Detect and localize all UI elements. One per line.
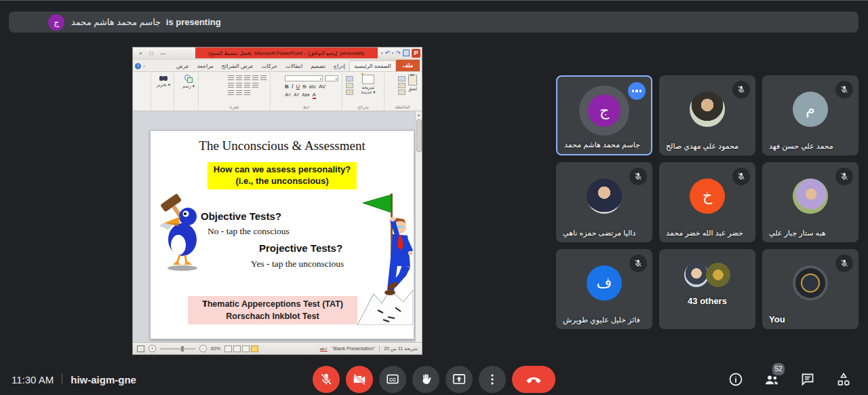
section-icon[interactable] <box>346 90 353 95</box>
raise-hand-button[interactable] <box>412 366 439 393</box>
align-left-icon[interactable] <box>244 83 250 88</box>
participant-tile-2[interactable]: ممحمد علي حسن فهد <box>762 75 859 155</box>
ppt-tab-2[interactable]: إدراج <box>330 61 349 71</box>
numbering-icon[interactable] <box>236 75 242 81</box>
present-button[interactable] <box>446 366 473 393</box>
tile-options-button[interactable] <box>628 82 646 100</box>
shrink-font-icon[interactable]: A˅ <box>294 92 299 97</box>
ppt-tab-7[interactable]: مراجعة <box>193 61 218 71</box>
presenting-banner-text: جاسم محمد هاشم محمد is presenting <box>71 17 221 27</box>
align-right-icon[interactable] <box>228 83 234 88</box>
camera-off-icon <box>352 372 367 387</box>
minimize-ribbon-icon[interactable]: ˄ <box>143 64 146 69</box>
direction-buttons[interactable] <box>228 90 267 96</box>
slide[interactable]: The Unconscious & Assessment How can we … <box>150 130 414 339</box>
fit-to-window-icon[interactable] <box>137 345 144 352</box>
underline-icon[interactable]: U <box>296 83 300 90</box>
ppt-tab-1[interactable]: الصفحة الرئيسية <box>349 60 396 71</box>
char-spacing-icon[interactable]: AV <box>319 83 326 90</box>
shadow-icon[interactable]: abc <box>309 84 316 89</box>
close-icon[interactable]: × <box>139 50 142 56</box>
ppt-tab-8[interactable]: عرض <box>172 61 193 71</box>
bold-icon[interactable]: B <box>285 83 289 90</box>
clipboard-small-buttons[interactable] <box>398 75 406 95</box>
scrollbar-thumb[interactable] <box>416 119 422 152</box>
participant-tile-5[interactable]: هبه ستار جبار علي <box>762 162 859 242</box>
draw-button[interactable]: رسم ▾ <box>182 75 195 88</box>
grow-font-icon[interactable]: A˄ <box>285 92 291 98</box>
participants-button[interactable]: 52 <box>764 371 780 388</box>
redo-icon[interactable]: ↷ <box>395 50 401 56</box>
list-buttons[interactable] <box>228 75 267 81</box>
font-color-icon[interactable]: A <box>313 92 316 99</box>
ppt-tab-4[interactable]: انتقالات <box>281 61 307 71</box>
format-painter-icon[interactable] <box>398 90 406 95</box>
participant-tile-3[interactable]: داليا مرتضى حمزه ناهي <box>556 162 652 242</box>
captions-button[interactable]: CC <box>379 366 406 393</box>
text-direction-icon[interactable] <box>228 90 234 96</box>
end-call-button[interactable] <box>512 366 555 393</box>
participant-tile-1[interactable]: محمود علي مهدي صالح <box>659 75 755 155</box>
ppt-tab-3[interactable]: تصميم <box>307 61 330 71</box>
layout-icon[interactable] <box>346 76 353 81</box>
spellcheck-icon[interactable]: ab✓ <box>320 346 328 352</box>
undo-dropdown-icon[interactable]: ▾ <box>392 51 394 55</box>
more-options-button[interactable] <box>479 366 506 393</box>
zoom-out-icon[interactable]: − <box>199 345 207 352</box>
participant-tile-6[interactable]: ففائز خليل عليوي طويرش <box>556 249 652 329</box>
ppt-tab-6[interactable]: عرض الشرائح <box>218 61 258 71</box>
ribbon-group-drawing: رسم ▾ <box>174 73 198 110</box>
edit-button[interactable]: تحرير ▾ <box>157 75 170 87</box>
minimize-icon[interactable]: — <box>161 50 166 56</box>
font-size-buttons[interactable]: A˄ A˅ Aa▾ A <box>285 92 338 99</box>
case-icon[interactable]: Aa▾ <box>302 92 309 98</box>
indent-less-icon[interactable] <box>252 75 258 81</box>
view-switcher[interactable] <box>224 345 258 352</box>
camera-toggle-button[interactable] <box>346 366 373 393</box>
copy-icon[interactable] <box>398 83 406 88</box>
save-icon[interactable] <box>403 50 410 56</box>
reading-view-icon[interactable] <box>233 345 241 352</box>
zoom-slider[interactable] <box>160 348 195 350</box>
zoom-in-icon[interactable]: + <box>149 345 156 352</box>
participant-tile-7[interactable]: 43 others <box>659 249 755 329</box>
normal-view-icon[interactable] <box>251 345 258 352</box>
participant-tile-4[interactable]: خخضر عبد الله خضر محمد <box>659 162 755 242</box>
undo-icon[interactable]: ↶ <box>384 50 390 56</box>
zoom-slider-thumb[interactable] <box>181 346 184 352</box>
smartart-icon[interactable] <box>244 90 250 96</box>
italic-icon[interactable]: I <box>292 83 294 90</box>
line-spacing-icon[interactable] <box>260 75 267 81</box>
mic-toggle-button[interactable] <box>313 366 340 393</box>
align-center-icon[interactable] <box>236 83 242 88</box>
scroll-up-icon[interactable]: ▲ <box>416 111 422 117</box>
columns-icon[interactable] <box>236 90 242 96</box>
strikethrough-icon[interactable]: S <box>302 83 306 90</box>
new-slide-button[interactable]: شريحة جديدة ▾ <box>356 75 380 95</box>
ppt-tab-0[interactable]: ملف <box>396 60 420 71</box>
participant-tile-8[interactable]: You <box>762 249 859 329</box>
font-name-select[interactable]: ▾ <box>285 75 323 81</box>
participant-tile-0[interactable]: ججاسم محمد هاشم محمد <box>556 75 652 155</box>
cut-icon[interactable] <box>398 76 406 81</box>
reset-icon[interactable] <box>346 83 353 88</box>
activities-button[interactable] <box>835 371 852 388</box>
justify-icon[interactable] <box>252 83 258 88</box>
sorter-view-icon[interactable] <box>242 345 250 352</box>
paste-button[interactable]: لصق <box>408 75 417 91</box>
ppt-vertical-scrollbar[interactable]: ▲ <box>415 111 422 342</box>
font-group-label: خط <box>271 105 342 110</box>
maximize-icon[interactable]: □ <box>150 50 153 56</box>
slides-small-buttons[interactable] <box>346 75 353 95</box>
qat-dropdown-icon[interactable]: ▾ <box>381 51 383 55</box>
slideshow-view-icon[interactable] <box>224 345 232 352</box>
align-buttons[interactable] <box>228 83 267 88</box>
ppt-tab-5[interactable]: حركات <box>258 61 281 71</box>
font-style-buttons[interactable]: B I U S abc AV <box>285 83 338 90</box>
meeting-details-button[interactable] <box>728 371 744 388</box>
font-size-select[interactable]: ▾ <box>325 75 338 81</box>
chat-button[interactable] <box>800 371 816 388</box>
bullets-icon[interactable] <box>228 75 234 81</box>
help-icon[interactable]: ? <box>135 63 141 69</box>
indent-more-icon[interactable] <box>244 75 250 81</box>
